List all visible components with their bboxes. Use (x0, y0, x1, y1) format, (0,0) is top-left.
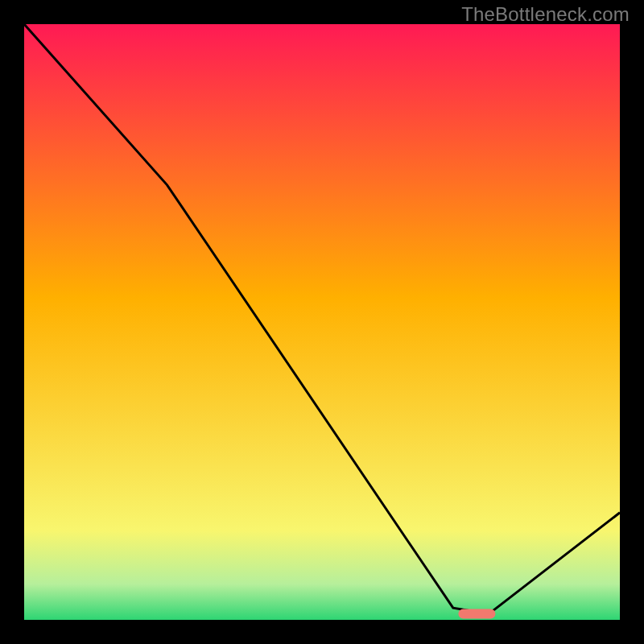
minimum-marker (458, 609, 495, 619)
bottleneck-chart (0, 0, 644, 644)
plot-area (24, 24, 620, 620)
watermark-label: TheBottleneck.com (461, 3, 630, 26)
chart-frame: TheBottleneck.com (0, 0, 644, 644)
